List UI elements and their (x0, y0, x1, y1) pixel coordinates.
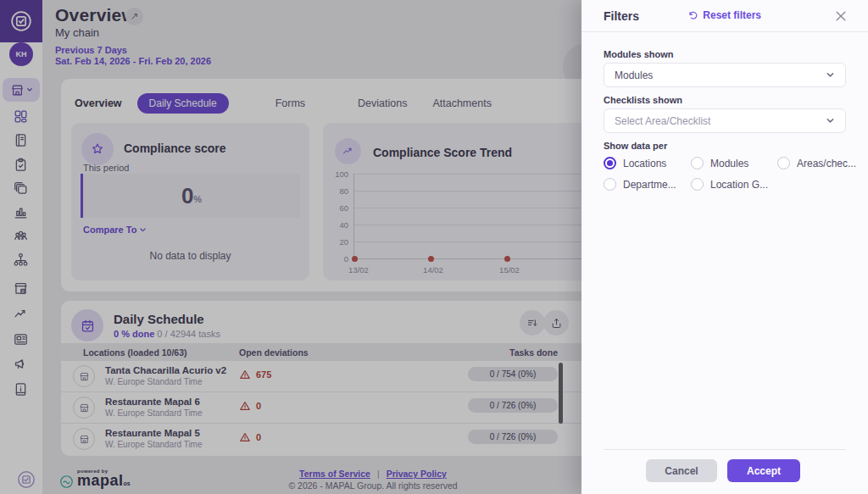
app-root: KH Overview My chain Previous 7 Days Sat… (0, 0, 868, 494)
modules-shown-label: Modules shown (604, 49, 674, 59)
radio-areas-checklists[interactable]: Areas/chec... (777, 157, 856, 169)
radio-locations[interactable]: Locations (604, 157, 666, 169)
modal-overlay[interactable] (0, 0, 581, 494)
radio-button (777, 157, 790, 169)
chevron-down-icon (826, 70, 835, 80)
panel-divider (581, 31, 868, 32)
radio-button (604, 178, 616, 191)
modules-select[interactable]: Modules (604, 63, 846, 87)
radio-button (691, 157, 704, 169)
chevron-down-icon (826, 116, 835, 125)
accept-button[interactable]: Accept (727, 459, 800, 482)
cancel-button[interactable]: Cancel (646, 459, 717, 482)
radio-departments[interactable]: Departme... (604, 178, 676, 191)
checklists-shown-label: Checklists shown (604, 95, 682, 105)
reset-icon (687, 10, 698, 21)
filters-title: Filters (604, 9, 639, 23)
radio-location-groups[interactable]: Location G... (691, 178, 768, 191)
checklists-select[interactable]: Select Area/Checklist (604, 108, 846, 133)
radio-button (604, 157, 616, 169)
filters-panel: Filters Reset filters Modules shown Modu… (581, 0, 868, 494)
reset-filters-button[interactable]: Reset filters (687, 9, 761, 21)
close-icon[interactable] (834, 9, 848, 23)
panel-divider (604, 449, 846, 450)
show-data-per-label: Show data per (604, 141, 667, 151)
radio-button (691, 178, 704, 191)
radio-modules[interactable]: Modules (691, 157, 748, 169)
